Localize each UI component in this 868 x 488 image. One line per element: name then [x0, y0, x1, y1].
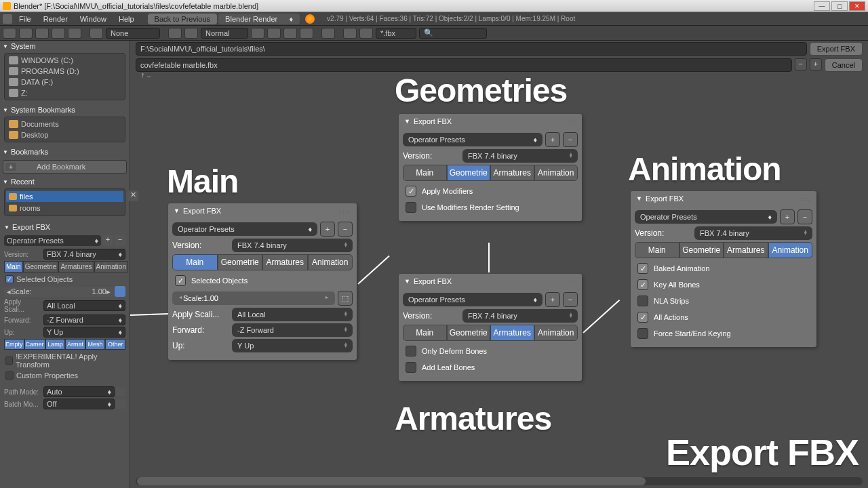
sort-time-button[interactable] [283, 28, 297, 39]
menu-help[interactable]: Help [113, 14, 140, 24]
tab-main[interactable]: Main [635, 242, 679, 258]
nav-forward-button[interactable] [35, 28, 49, 39]
up-selector[interactable]: Y Up♦ [43, 327, 125, 338]
nla-strips-checkbox[interactable]: NLA Strips [635, 293, 812, 309]
tab-main[interactable]: Main [403, 165, 447, 181]
bookmarks-header[interactable]: Bookmarks [0, 146, 130, 157]
tab-animation[interactable]: Animation [308, 254, 353, 270]
menu-file[interactable]: File [14, 14, 37, 24]
scale-input[interactable]: ◂Scale:1.00▸ [4, 287, 113, 297]
recent-item[interactable]: files [6, 191, 123, 202]
show-hidden-button[interactable] [321, 28, 335, 39]
up-selector[interactable]: Y Up [232, 339, 353, 352]
operator-presets-selector[interactable]: Operator Presets♦ [172, 222, 317, 236]
type-other[interactable]: Other [105, 339, 125, 350]
scale-reset-button[interactable] [115, 286, 125, 297]
preset-add-button[interactable]: + [780, 209, 795, 224]
type-lamp[interactable]: Lamp [45, 339, 66, 350]
use-modifiers-render-checkbox[interactable]: Use Modifiers Render Setting [403, 199, 578, 216]
nav-refresh-button[interactable] [68, 28, 81, 39]
nav-up-button[interactable] [52, 28, 65, 39]
maximize-button[interactable]: ▢ [831, 1, 848, 11]
sort-selector[interactable]: Normal [201, 28, 248, 39]
version-selector[interactable]: FBX 7.4 binary [232, 239, 353, 252]
type-mesh[interactable]: Mesh [85, 339, 106, 350]
system-header[interactable]: System [0, 41, 130, 52]
menu-render[interactable]: Render [38, 14, 73, 24]
recursion-selector[interactable]: None [106, 28, 160, 39]
preset-remove-button[interactable]: − [338, 222, 353, 237]
sort-size-button[interactable] [300, 28, 313, 39]
operator-presets-selector[interactable]: Operator Presets♦ [403, 133, 542, 146]
tab-geometries[interactable]: Geometrie [447, 325, 491, 341]
forward-selector[interactable]: -Z Forward♦ [43, 314, 125, 325]
operator-presets-selector[interactable]: Operator Presets♦ [635, 210, 777, 224]
sort-alpha-button[interactable] [251, 28, 264, 39]
operator-presets-selector[interactable]: Operator Presets♦ [4, 235, 101, 246]
force-keying-checkbox[interactable]: Force Start/End Keying [635, 325, 812, 342]
clear-recent-button[interactable]: ✕ [127, 190, 138, 201]
panel-header[interactable]: Export FBX:::: [168, 203, 357, 218]
recent-header[interactable]: Recent [0, 176, 130, 187]
scale-reset-button[interactable]: ⬚ [338, 291, 353, 306]
all-actions-checkbox[interactable]: All Actions [635, 309, 812, 325]
tab-main[interactable]: Main [403, 325, 447, 341]
tab-main[interactable]: Main [4, 261, 23, 272]
scale-input[interactable]: ◂Scale:1.00▸ [172, 291, 335, 305]
render-engine-selector[interactable]: Blender Render♦ [218, 14, 300, 24]
add-leaf-bones-checkbox[interactable]: Add Leaf Bones [403, 359, 578, 375]
tab-geometries[interactable]: Geometrie [23, 261, 59, 272]
horizontal-scrollbar[interactable] [136, 477, 863, 485]
filename-input[interactable]: covfefetable marble.fbx [136, 58, 792, 72]
increment-button[interactable]: + [810, 58, 822, 70]
sort-ext-button[interactable] [267, 28, 281, 39]
preset-add-button[interactable]: + [102, 235, 113, 246]
version-selector[interactable]: FBX 7.4 binary [462, 149, 578, 163]
forward-selector[interactable]: -Z Forward [232, 323, 353, 337]
selected-objects-checkbox[interactable]: Selected Objects [172, 272, 353, 289]
preset-add-button[interactable]: + [545, 292, 560, 307]
cancel-button[interactable]: Cancel [825, 58, 863, 72]
minimize-button[interactable]: — [814, 1, 830, 11]
menu-window[interactable]: Window [75, 14, 112, 24]
key-all-bones-checkbox[interactable]: Key All Bones [635, 277, 812, 293]
decrement-button[interactable]: − [795, 58, 807, 70]
pathmode-selector[interactable]: Auto♦ [43, 386, 115, 397]
tab-main[interactable]: Main [172, 254, 218, 270]
tab-armatures[interactable]: Armatures [490, 325, 534, 341]
drive-item[interactable]: WINDOWS (C:) [6, 55, 123, 66]
type-camera[interactable]: Camer [24, 339, 45, 350]
search-input[interactable]: 🔍 [419, 28, 487, 39]
only-deform-bones-checkbox[interactable]: Only Deform Bones [403, 343, 578, 359]
apply-scaling-selector[interactable]: All Local♦ [43, 300, 125, 311]
custom-properties-checkbox[interactable]: Custom Properties [4, 370, 125, 381]
panel-header[interactable]: Export FBX:::: [399, 114, 582, 129]
version-selector[interactable]: FBX 7.4 binary [462, 309, 578, 323]
tab-geometries[interactable]: Geometrie [679, 242, 724, 258]
bookmark-item[interactable]: Desktop [6, 129, 123, 140]
export-fbx-header[interactable]: Export FBX [4, 222, 125, 232]
panel-header[interactable]: Export FBX:::: [399, 274, 582, 289]
type-armature[interactable]: Armat [65, 339, 85, 350]
info-icon[interactable] [3, 14, 12, 24]
preset-remove-button[interactable]: − [563, 292, 578, 307]
tab-animation[interactable]: Animation [534, 325, 578, 341]
export-fbx-button[interactable]: Export FBX [810, 42, 863, 56]
preset-remove-button[interactable]: − [115, 235, 125, 246]
tab-armatures[interactable]: Armatures [724, 242, 768, 258]
tab-armatures[interactable]: Armatures [262, 254, 308, 270]
baked-animation-checkbox[interactable]: Baked Animation [635, 260, 812, 277]
panel-header[interactable]: Export FBX:::: [631, 191, 816, 206]
version-selector[interactable]: FBX 7.4 binary [694, 226, 812, 240]
selected-objects-checkbox[interactable]: Selected Objects [4, 274, 125, 285]
view-list-button[interactable] [168, 28, 182, 39]
system-bookmarks-header[interactable]: System Bookmarks [0, 104, 130, 115]
filter-glob[interactable]: *.fbx [376, 28, 416, 39]
apply-scaling-selector[interactable]: All Local [232, 308, 353, 321]
new-folder-button[interactable] [90, 28, 103, 39]
recent-item[interactable]: rooms [6, 203, 123, 214]
view-thumb-button[interactable] [184, 28, 198, 39]
add-bookmark-button[interactable]: +Add Bookmark [3, 160, 127, 174]
tab-geometries[interactable]: Geometrie [447, 165, 491, 181]
tab-armatures[interactable]: Armatures [58, 261, 94, 272]
